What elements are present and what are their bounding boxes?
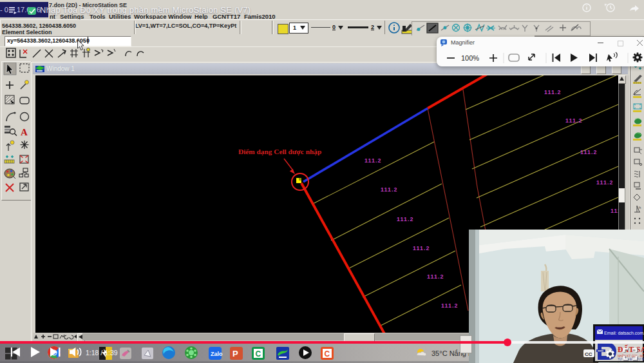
svg-text:A: A <box>21 127 28 137</box>
svg-text:Điểm dạng Cell được nhập: Điểm dạng Cell được nhập <box>238 148 321 155</box>
svg-text:111.2: 111.2 <box>365 157 382 164</box>
svg-text:CC: CC <box>585 351 592 357</box>
svg-text:111.2: 111.2 <box>596 179 614 186</box>
svg-text:111.2: 111.2 <box>397 216 414 222</box>
svg-text:111.2: 111.2 <box>413 245 430 251</box>
svg-text:111.2: 111.2 <box>381 186 398 193</box>
svg-text:1:18 / 1:39: 1:18 / 1:39 <box>86 349 118 357</box>
svg-text:111.2: 111.2 <box>544 89 562 95</box>
svg-text:111.2: 111.2 <box>580 149 598 155</box>
svg-text:100%: 100% <box>461 54 479 62</box>
svg-text:111.2: 111.2 <box>565 117 583 124</box>
svg-text:Email: datsach.com.vn: Email: datsach.com.vn <box>604 331 644 335</box>
svg-text:111.2: 111.2 <box>441 302 459 309</box>
svg-text:111.2: 111.2 <box>427 273 444 280</box>
svg-text:h: h <box>639 206 641 210</box>
svg-text:111.2: 111.2 <box>611 208 618 214</box>
